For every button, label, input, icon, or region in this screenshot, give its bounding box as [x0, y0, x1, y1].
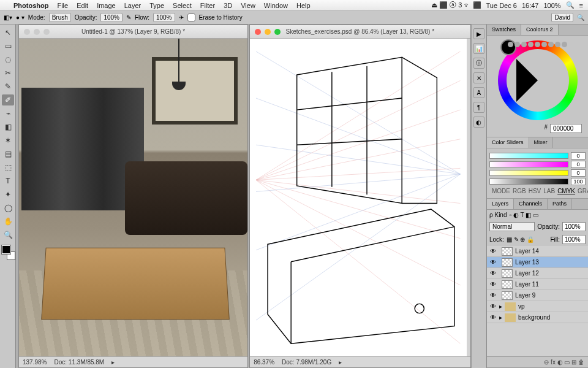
slider-c[interactable] [489, 153, 568, 159]
tool-shape[interactable]: ◯ [2, 202, 14, 213]
properties-icon[interactable]: ✕ [473, 72, 484, 83]
color-dots[interactable] [508, 42, 575, 47]
visibility-icon[interactable]: 👁 [489, 270, 497, 277]
histogram-icon[interactable]: 📊 [473, 43, 484, 54]
para-icon[interactable]: ¶ [473, 102, 484, 113]
traffic-lights-1[interactable] [24, 29, 50, 35]
tab-color-sliders[interactable]: Color Sliders [487, 137, 529, 148]
erase-history-checkbox[interactable] [187, 13, 195, 21]
layer-row[interactable]: 👁▸vp [487, 301, 588, 312]
mode-hsv[interactable]: HSV [529, 188, 541, 194]
chevron-icon[interactable]: ▸ [499, 314, 502, 321]
val-c[interactable]: 0 [571, 152, 586, 159]
layers-footer-icons[interactable]: ⊖ fx ◐ ▭ ⊞ 🗑 [544, 359, 584, 366]
zoom-1[interactable]: 137.98% [23, 359, 47, 366]
visibility-icon[interactable]: 👁 [489, 248, 497, 255]
menu-layer[interactable]: Layer [124, 2, 141, 9]
menu-view[interactable]: View [241, 2, 255, 9]
tool-eyedropper[interactable]: ✎ [2, 81, 14, 92]
fg-color-swatch[interactable] [2, 245, 10, 254]
menu-window[interactable]: Window [264, 2, 288, 9]
val-y[interactable]: 0 [571, 169, 586, 177]
tool-hand[interactable]: ✋ [2, 216, 14, 227]
tool-marquee[interactable]: ▭ [2, 40, 14, 52]
canvas-2[interactable] [250, 39, 466, 356]
docinfo-2[interactable]: Doc: 7.98M/1.20G [282, 359, 331, 366]
opacity-input[interactable]: 100% [100, 13, 123, 22]
mode-select[interactable]: Brush [49, 13, 71, 22]
tab-coolorus[interactable]: Coolorus 2 [521, 25, 559, 35]
menu-select[interactable]: Select [173, 2, 192, 9]
menu-edit[interactable]: Edit [77, 2, 88, 9]
visibility-icon[interactable]: 👁 [489, 314, 497, 321]
titlebar-2[interactable]: Sketches_exercises.psd @ 86.4% (Layer 13… [250, 25, 470, 39]
layer-name[interactable]: Layer 9 [515, 292, 535, 299]
tool-type[interactable]: T [2, 175, 14, 186]
hex-input[interactable]: 000000 [550, 124, 582, 133]
layer-name[interactable]: Layer 13 [515, 259, 539, 266]
color-swatches[interactable] [2, 245, 15, 260]
mode-lab[interactable]: LAB [543, 188, 555, 194]
layer-name[interactable]: Layer 11 [515, 281, 539, 288]
tool-gradient[interactable]: ▤ [2, 148, 14, 159]
traffic-lights-2[interactable] [255, 29, 281, 35]
menu-file[interactable]: File [57, 2, 68, 9]
chevron-right-icon[interactable]: ▸ [339, 359, 342, 366]
workspace-select[interactable]: David [551, 13, 573, 22]
mode-rgb[interactable]: RGB [513, 188, 526, 194]
chevron-right-icon[interactable]: ▸ [111, 359, 115, 366]
layer-row[interactable]: 👁Layer 9 [487, 290, 588, 301]
tab-layers[interactable]: Layers [487, 199, 514, 209]
layer-row[interactable]: 👁Layer 14 [487, 246, 588, 257]
menu-image[interactable]: Image [97, 2, 116, 9]
tool-move[interactable]: ↖ [2, 27, 14, 38]
filter-icons[interactable]: ▫ ◐ T ◧ ▭ [509, 212, 538, 218]
visibility-icon[interactable]: 👁 [489, 259, 497, 266]
tool-clone[interactable]: ◧ [2, 121, 14, 132]
blend-mode-select[interactable]: Normal [489, 222, 535, 231]
notif-icon[interactable]: ≡ [579, 2, 583, 9]
tool-crop[interactable]: ✂ [2, 67, 14, 79]
chevron-icon[interactable]: ▸ [499, 303, 502, 310]
tool-path[interactable]: ✦ [2, 189, 14, 200]
titlebar-1[interactable]: Untitled-1 @ 137% (Layer 9, RGB/8) * [19, 25, 247, 39]
menu-filter[interactable]: Filter [200, 2, 215, 9]
mode-cmyk[interactable]: CMYK [557, 188, 575, 194]
slider-y[interactable] [489, 170, 568, 176]
layer-row[interactable]: 👁▸background [487, 312, 588, 323]
spotlight-icon[interactable]: 🔍 [566, 1, 575, 9]
fill-input[interactable]: 100% [562, 235, 586, 244]
tab-swatches[interactable]: Swatches [487, 25, 521, 35]
visibility-icon[interactable]: 👁 [489, 292, 497, 299]
color-wheel[interactable] [498, 40, 578, 120]
zoom-2[interactable]: 86.37% [254, 359, 274, 366]
search-icon[interactable]: 🔍 [577, 14, 584, 21]
docinfo-1[interactable]: Doc: 11.3M/85.8M [54, 359, 104, 366]
layer-name[interactable]: vp [518, 303, 525, 310]
tab-channels[interactable]: Channels [514, 199, 548, 209]
tool-lasso[interactable]: ◌ [2, 54, 14, 65]
pressure-icon[interactable]: ✎ [126, 14, 131, 21]
slider-m[interactable] [489, 161, 568, 167]
canvas-1[interactable] [19, 39, 247, 356]
slider-k[interactable] [489, 178, 568, 185]
menu-3d[interactable]: 3D [224, 2, 232, 9]
tab-paths[interactable]: Paths [548, 199, 572, 209]
app-name[interactable]: Photoshop [13, 2, 48, 9]
tool-eraser[interactable]: ✶ [2, 135, 14, 146]
history-icon[interactable]: ▶ [473, 28, 484, 39]
tool-heal[interactable]: ⌁ [2, 108, 14, 119]
layer-row[interactable]: 👁Layer 12 [487, 268, 588, 279]
airbrush-icon[interactable]: ✈ [179, 14, 184, 21]
layer-row[interactable]: 👁Layer 13 [487, 257, 588, 268]
visibility-icon[interactable]: 👁 [489, 281, 497, 288]
eraser-icon[interactable]: ◧▾ [4, 14, 12, 21]
layer-name[interactable]: background [518, 314, 550, 321]
tool-pen[interactable]: ⬚ [2, 162, 14, 173]
adjust-icon[interactable]: ◐ [473, 117, 484, 128]
layer-name[interactable]: Layer 12 [515, 270, 539, 277]
layer-name[interactable]: Layer 14 [515, 248, 539, 255]
tool-zoom[interactable]: 🔍 [2, 229, 14, 240]
visibility-icon[interactable]: 👁 [489, 303, 497, 310]
brush-preset-icon[interactable]: ● ▾ [16, 14, 24, 21]
